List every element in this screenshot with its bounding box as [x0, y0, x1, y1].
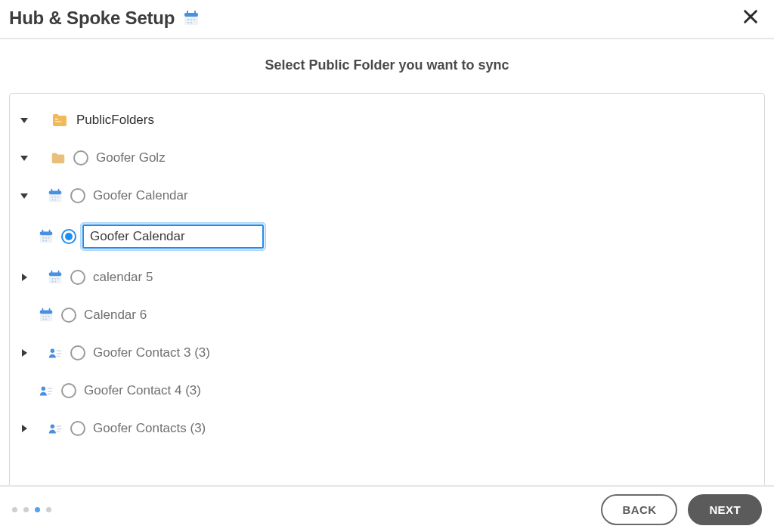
- svg-point-46: [45, 319, 47, 320]
- radio-calendar5[interactable]: [70, 270, 85, 285]
- svg-rect-50: [57, 356, 60, 357]
- step-indicator: [12, 507, 51, 512]
- svg-rect-1: [184, 13, 198, 17]
- tree-item-label: Goofer Contact 3 (3): [91, 344, 212, 362]
- tree-root-label: PublicFolders: [75, 111, 156, 129]
- step-dot: [46, 507, 51, 512]
- svg-point-26: [48, 237, 50, 239]
- svg-point-47: [51, 349, 55, 354]
- radio-goofer-calendar[interactable]: [70, 188, 85, 203]
- calendar-icon: [37, 227, 55, 246]
- calendar-icon: [46, 268, 64, 286]
- svg-rect-41: [49, 308, 51, 312]
- calendar-icon: [46, 187, 64, 205]
- toggle-icon[interactable]: [17, 271, 31, 284]
- svg-rect-9: [55, 119, 58, 120]
- radio-calendar6[interactable]: [61, 308, 76, 323]
- svg-rect-30: [49, 273, 62, 277]
- tree-item-goofer-golz[interactable]: Goofer Golz: [17, 145, 757, 171]
- tree-item-goofer-contact3[interactable]: Goofer Contact 3 (3): [17, 340, 757, 366]
- radio-goofer-contacts[interactable]: [70, 421, 85, 436]
- svg-point-19: [54, 200, 56, 201]
- tree-item-goofer-calendar-edit[interactable]: [17, 221, 757, 252]
- svg-point-55: [51, 425, 55, 429]
- svg-point-16: [54, 196, 56, 198]
- contact-icon: [37, 382, 55, 400]
- tree-item-calendar5[interactable]: calendar 5: [17, 264, 757, 290]
- toggle-icon[interactable]: [17, 346, 31, 360]
- svg-rect-21: [40, 232, 53, 236]
- svg-point-8: [190, 22, 192, 23]
- svg-rect-32: [58, 271, 60, 274]
- svg-point-36: [51, 281, 53, 283]
- svg-point-37: [54, 281, 56, 283]
- svg-rect-22: [42, 230, 44, 234]
- svg-point-15: [51, 196, 53, 198]
- svg-rect-58: [57, 431, 60, 432]
- step-dot-active: [35, 507, 40, 512]
- svg-point-6: [194, 19, 195, 20]
- tree-item-label: Calendar 6: [82, 306, 148, 324]
- contact-icon: [46, 344, 64, 362]
- folder-name-input[interactable]: [82, 224, 264, 249]
- tree-item-goofer-contact4[interactable]: Goofer Contact 4 (3): [17, 378, 757, 404]
- svg-point-5: [190, 19, 192, 20]
- folder-tree-panel: PublicFolders: [9, 93, 765, 489]
- svg-rect-13: [51, 189, 53, 193]
- folder-root-icon: [51, 111, 69, 129]
- svg-point-51: [42, 387, 46, 391]
- tree-item-goofer-calendar[interactable]: Goofer Calendar: [17, 183, 757, 209]
- header-bar: Hub & Spoke Setup: [0, 0, 774, 39]
- next-button[interactable]: NEXT: [688, 494, 762, 525]
- svg-point-27: [42, 240, 44, 242]
- svg-rect-56: [57, 425, 61, 426]
- folder-tree: PublicFolders: [17, 107, 757, 441]
- svg-point-4: [187, 19, 189, 20]
- calendar-icon: [182, 9, 200, 27]
- svg-rect-40: [42, 308, 44, 312]
- step-dot: [23, 507, 29, 512]
- tree-root-row[interactable]: PublicFolders: [17, 107, 757, 133]
- svg-point-7: [187, 22, 189, 23]
- folder-icon: [49, 149, 67, 167]
- tree-item-label: Goofer Golz: [94, 149, 167, 167]
- svg-point-35: [57, 278, 59, 280]
- footer-bar: BACK NEXT: [0, 485, 774, 532]
- svg-rect-48: [57, 350, 61, 351]
- radio-goofer-contact3[interactable]: [70, 345, 85, 360]
- svg-rect-53: [48, 391, 52, 391]
- page-title: Hub & Spoke Setup: [9, 8, 175, 29]
- toggle-icon[interactable]: [17, 422, 31, 435]
- svg-rect-14: [58, 189, 60, 193]
- radio-goofer-contact4[interactable]: [61, 383, 76, 398]
- toggle-icon[interactable]: [17, 151, 31, 165]
- back-button[interactable]: BACK: [601, 494, 677, 525]
- contact-icon: [46, 419, 64, 438]
- tree-item-label: Goofer Contact 4 (3): [82, 382, 203, 400]
- close-icon[interactable]: [738, 6, 763, 30]
- instruction-text: Select Public Folder you want to sync: [265, 57, 509, 73]
- svg-point-18: [51, 200, 53, 201]
- instruction-bar: Select Public Folder you want to sync: [0, 39, 774, 93]
- svg-rect-52: [48, 388, 52, 388]
- svg-rect-49: [57, 353, 61, 354]
- calendar-icon: [37, 306, 55, 324]
- svg-point-45: [42, 319, 44, 320]
- svg-rect-3: [194, 11, 196, 14]
- radio-goofer-golz[interactable]: [73, 150, 88, 165]
- svg-point-28: [45, 240, 47, 242]
- tree-item-label: Goofer Contacts (3): [91, 419, 207, 438]
- svg-rect-31: [51, 271, 53, 274]
- svg-rect-2: [187, 11, 188, 14]
- tree-item-calendar6[interactable]: Calendar 6: [17, 302, 757, 328]
- svg-point-34: [54, 278, 56, 280]
- svg-rect-54: [48, 394, 51, 394]
- svg-rect-10: [55, 121, 61, 122]
- toggle-icon[interactable]: [17, 113, 31, 127]
- radio-goofer-calendar-selected[interactable]: [61, 229, 76, 244]
- svg-rect-39: [40, 311, 53, 314]
- toggle-icon[interactable]: [17, 189, 31, 203]
- tree-item-goofer-contacts[interactable]: Goofer Contacts (3): [17, 416, 757, 441]
- step-dot: [12, 507, 17, 512]
- tree-item-label: calendar 5: [91, 268, 154, 286]
